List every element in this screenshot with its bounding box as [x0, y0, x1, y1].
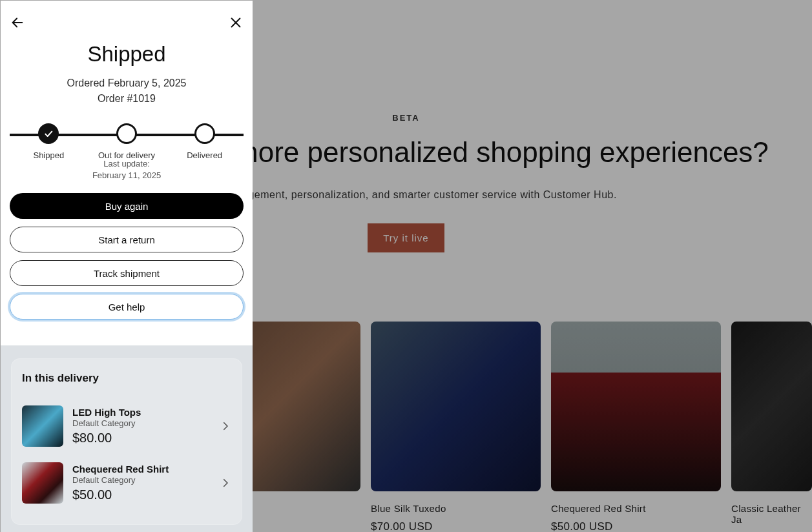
item-info: LED High Tops Default Category $80.00: [72, 407, 220, 445]
last-update-date: February 11, 2025: [10, 170, 244, 181]
step-delivered: Delivered: [167, 123, 242, 160]
delivery-item[interactable]: LED High Tops Default Category $80.00: [22, 398, 231, 455]
order-number: Order #1019: [10, 91, 244, 107]
close-button[interactable]: [228, 15, 244, 30]
get-help-button[interactable]: Get help: [10, 294, 244, 320]
delivery-card: In this delivery LED High Tops Default C…: [11, 358, 242, 525]
buy-again-button[interactable]: Buy again: [10, 193, 244, 219]
chevron-right-icon: [220, 477, 231, 489]
chevron-right-icon: [220, 420, 231, 432]
progress-steps: Shipped Out for delivery Delivered: [10, 123, 244, 160]
step-dot-done: [38, 123, 59, 144]
delivery-title: In this delivery: [22, 372, 231, 385]
item-category: Default Category: [72, 475, 220, 485]
panel-nav: [10, 15, 244, 30]
step-dot: [194, 123, 215, 144]
step-out-for-delivery: Out for delivery: [88, 123, 164, 160]
check-icon: [43, 128, 54, 139]
item-thumbnail: [22, 405, 63, 447]
item-name: LED High Tops: [72, 407, 220, 418]
order-status-title: Shipped: [10, 42, 244, 66]
step-shipped: Shipped: [11, 123, 87, 160]
order-panel: Shipped Ordered February 5, 2025 Order #…: [1, 1, 253, 532]
last-update: Last update: February 11, 2025: [10, 158, 244, 181]
item-price: $80.00: [72, 431, 220, 445]
back-button[interactable]: [10, 15, 25, 30]
delivery-item[interactable]: Chequered Red Shirt Default Category $50…: [22, 455, 231, 511]
progress-tracker: Shipped Out for delivery Delivered: [10, 123, 244, 156]
item-price: $50.00: [72, 487, 220, 502]
start-return-button[interactable]: Start a return: [10, 227, 244, 252]
order-meta: Ordered February 5, 2025 Order #1019: [10, 76, 244, 107]
item-name: Chequered Red Shirt: [72, 464, 220, 475]
close-icon: [229, 15, 243, 30]
ordered-date: Ordered February 5, 2025: [10, 76, 244, 91]
item-info: Chequered Red Shirt Default Category $50…: [72, 464, 220, 502]
item-category: Default Category: [72, 418, 220, 428]
item-thumbnail: [22, 462, 63, 504]
panel-header-section: Shipped Ordered February 5, 2025 Order #…: [1, 1, 253, 345]
step-label: Delivered: [187, 150, 222, 160]
step-label: Shipped: [33, 150, 64, 160]
track-shipment-button[interactable]: Track shipment: [10, 260, 244, 286]
step-dot: [116, 123, 137, 144]
step-label: Out for delivery: [98, 150, 155, 160]
arrow-left-icon: [10, 15, 25, 30]
